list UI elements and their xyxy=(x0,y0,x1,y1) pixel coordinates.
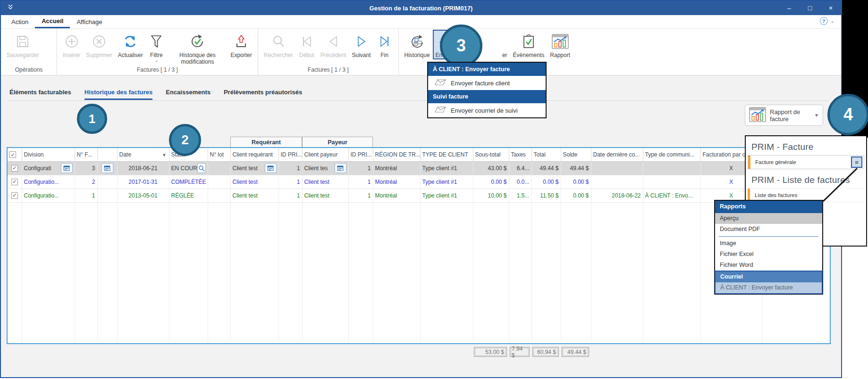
col-no-facture[interactable]: N° F... xyxy=(75,148,97,161)
invoice-lookup-button[interactable] xyxy=(101,163,113,173)
menu-item-document-pdf[interactable]: Document PDF xyxy=(715,224,822,235)
col-type-comm[interactable]: Type de communi... xyxy=(643,148,700,161)
table-row[interactable]: ✓ Configuratio... 1 2013-05-01 RÉGLÉE Cl… xyxy=(8,189,830,202)
next-icon xyxy=(355,31,368,52)
send-dropdown-menu: À CLIENT : Envoyer facture Envoyer factu… xyxy=(427,62,547,118)
callout-4: 4 xyxy=(827,94,868,135)
group-label-operations: Opérations xyxy=(4,66,54,75)
minimize-button[interactable]: – xyxy=(779,1,800,15)
grid-header-row: ✓ Division N° F... Date▼ Statut N° lot C… xyxy=(8,148,830,161)
search-icon xyxy=(271,31,286,52)
menu-item-fichier-word[interactable]: Fichier Word xyxy=(715,260,822,271)
previous-button[interactable]: Précédent xyxy=(318,30,349,58)
ribbon: Sauvegarder Opérations Insérer xyxy=(1,28,841,75)
report-ribbon-button[interactable]: Rapport xyxy=(547,30,573,58)
report-section-title: PRIM - Facture xyxy=(746,140,866,155)
tab-historique-des-factures[interactable]: Historique des factures xyxy=(84,89,153,100)
tab-prelevements-preautorises[interactable]: Prélèvements préautorisés xyxy=(224,89,302,100)
last-icon xyxy=(378,31,391,52)
table-row[interactable]: ✓ Configurati 3 2018-06-21 EN COUR Clien… xyxy=(8,161,830,175)
delete-button[interactable]: Supprimer xyxy=(83,30,115,58)
save-button[interactable]: Sauvegarder xyxy=(4,30,42,58)
search-button[interactable]: Rechercher xyxy=(261,30,296,58)
insert-button[interactable]: Insérer xyxy=(60,30,83,58)
menu-item-apercu[interactable]: Aperçu xyxy=(715,213,822,224)
col-division[interactable]: Division xyxy=(22,148,75,161)
quick-access-icon[interactable] xyxy=(8,4,13,12)
menu-item-a-client-envoyer-facture[interactable]: À CLIENT : Envoyer facture xyxy=(716,282,822,293)
menu-item-envoyer-facture-client[interactable]: Envoyer facture client xyxy=(428,76,546,90)
group-label-factures-2: Factures [ 1 / 3 ] xyxy=(261,66,396,75)
col-region[interactable]: RÉGION DE TR... xyxy=(373,148,420,161)
title-bar: Gestion de la facturation (PRIM017) – □ … xyxy=(1,1,841,15)
screen: Gestion de la facturation (PRIM017) – □ … xyxy=(0,0,868,379)
menu-action[interactable]: Action xyxy=(5,15,35,28)
next-button[interactable]: Suivant xyxy=(349,30,374,58)
send-menu-header-suivi: Suivi facture xyxy=(428,90,546,103)
tab-elements-facturables[interactable]: Éléments facturables xyxy=(9,89,71,100)
refresh-button[interactable]: Actualiser xyxy=(115,30,146,58)
col-id-pri-2[interactable]: ID PRI... xyxy=(348,148,373,161)
group-header-requerant: Requérant xyxy=(230,137,302,148)
col-date-derniere[interactable]: Date dernière co... xyxy=(591,148,643,161)
group-label-factures-1: Factures [ 1 / 3 ] xyxy=(60,66,255,75)
invoice-grid: ✓ Division N° F... Date▼ Statut N° lot C… xyxy=(7,147,831,344)
total-sous-total: 53.00 $ xyxy=(474,347,507,357)
select-all-checkbox[interactable]: ✓ xyxy=(9,151,16,158)
previous-icon xyxy=(327,31,340,52)
history-modifications-button[interactable]: Historique des modifications xyxy=(167,30,228,65)
filter-button[interactable]: Filtre ⌄ xyxy=(145,30,167,62)
col-client-requerant[interactable]: Client requérant xyxy=(230,148,278,161)
col-sous-total[interactable]: Sous-total xyxy=(473,148,509,161)
table-row[interactable]: ✓ Configuratio... 2 2017-01-31 COMPLÉTÉE… xyxy=(8,175,830,189)
callout-pointer-line xyxy=(820,166,860,203)
col-client-payeur[interactable]: Client payeur xyxy=(302,148,348,161)
menu-accueil[interactable]: Accueil xyxy=(35,15,70,28)
tab-encaissements[interactable]: Encaissements xyxy=(166,89,211,100)
menu-affichage[interactable]: Affichage xyxy=(70,15,109,28)
total-taxes: 7.94 $ xyxy=(510,347,530,357)
menu-item-image[interactable]: Image xyxy=(715,238,822,249)
report-button-label: Rapport de facture xyxy=(770,108,810,123)
menu-item-envoyer-courriel-suivi[interactable]: Envoyer courriel de suivi xyxy=(428,103,546,117)
ribbon-group-navigation: Rechercher Début Précédent xyxy=(258,29,398,75)
menu-item-fichier-excel[interactable]: Fichier Excel xyxy=(715,249,822,260)
col-id-pri-1[interactable]: ID PRI... xyxy=(278,148,302,161)
events-button[interactable]: Évènements xyxy=(510,30,548,58)
total-total: 60.94 $ xyxy=(532,347,559,357)
last-button[interactable]: Fin xyxy=(374,30,396,58)
help-icon[interactable]: ? xyxy=(820,17,828,25)
filter-dropdown-chevron-icon[interactable]: ⌄ xyxy=(155,58,159,62)
payeur-lookup-button[interactable] xyxy=(335,163,346,173)
history-check-icon xyxy=(189,31,206,52)
callout-1: 1 xyxy=(77,104,107,134)
chevron-down-icon: ▼ xyxy=(814,113,819,118)
statut-search-button[interactable] xyxy=(197,163,206,173)
col-total[interactable]: Total xyxy=(531,148,561,161)
requerant-lookup-button[interactable] xyxy=(265,163,277,173)
rapports-context-menu: Rapports Aperçu Document PDF Image Fichi… xyxy=(714,200,823,295)
sort-desc-icon: ▼ xyxy=(162,153,167,157)
row-checkbox[interactable]: ✓ xyxy=(11,165,18,172)
first-button[interactable]: Début xyxy=(296,30,318,58)
send-menu-header-client: À CLIENT : Envoyer facture xyxy=(428,63,546,76)
division-lookup-button[interactable] xyxy=(61,163,73,173)
export-button[interactable]: Exporter xyxy=(228,30,254,58)
ribbon-group-factures-edit: Insérer Supprimer Actualiser xyxy=(57,29,258,75)
row-checkbox[interactable]: ✓ xyxy=(11,192,18,199)
maximize-button[interactable]: □ xyxy=(800,1,820,15)
col-taxes[interactable]: Taxes xyxy=(509,148,531,161)
col-no-lot[interactable]: N° lot xyxy=(208,148,230,161)
history-communications-button[interactable]: Historique xyxy=(402,30,433,58)
close-button[interactable]: × xyxy=(820,1,841,15)
delete-icon xyxy=(92,31,107,52)
row-checkbox[interactable]: ✓ xyxy=(11,179,18,185)
chevron-down-icon[interactable]: ⌄ xyxy=(831,18,834,24)
col-solde[interactable]: Solde xyxy=(561,148,591,161)
callout-2: 2 xyxy=(169,124,201,156)
col-type-client[interactable]: TYPE DE CLIENT xyxy=(420,148,473,161)
col-date[interactable]: Date▼ xyxy=(117,148,169,161)
envelope-icon xyxy=(435,79,446,87)
report-de-facture-button[interactable]: Rapport de facture ▼ xyxy=(745,105,823,126)
courriel-menu-header: Courriel xyxy=(716,272,822,282)
